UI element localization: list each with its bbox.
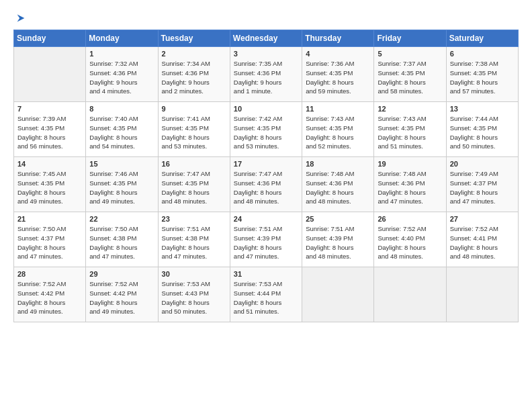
weekday-header-row: SundayMondayTuesdayWednesdayThursdayFrid… — [14, 30, 519, 47]
calendar-cell: 8Sunrise: 7:40 AM Sunset: 4:35 PM Daylig… — [86, 102, 158, 157]
day-info: Sunrise: 7:47 AM Sunset: 4:35 PM Dayligh… — [162, 169, 226, 206]
calendar-cell: 31Sunrise: 7:53 AM Sunset: 4:44 PM Dayli… — [230, 267, 302, 322]
day-number: 28 — [17, 270, 82, 278]
weekday-header-saturday: Saturday — [446, 30, 518, 47]
day-number: 31 — [234, 270, 298, 278]
day-info: Sunrise: 7:44 AM Sunset: 4:35 PM Dayligh… — [450, 114, 515, 151]
calendar-cell: 15Sunrise: 7:46 AM Sunset: 4:35 PM Dayli… — [86, 157, 158, 212]
day-number: 10 — [234, 105, 298, 113]
calendar-cell: 29Sunrise: 7:52 AM Sunset: 4:42 PM Dayli… — [86, 267, 158, 322]
svg-marker-0 — [17, 15, 25, 22]
day-info: Sunrise: 7:51 AM Sunset: 4:39 PM Dayligh… — [306, 224, 370, 261]
day-number: 22 — [89, 215, 154, 223]
day-info: Sunrise: 7:38 AM Sunset: 4:35 PM Dayligh… — [450, 59, 515, 96]
calendar-cell: 25Sunrise: 7:51 AM Sunset: 4:39 PM Dayli… — [302, 212, 374, 267]
day-info: Sunrise: 7:51 AM Sunset: 4:38 PM Dayligh… — [162, 224, 226, 261]
day-number: 27 — [450, 215, 515, 223]
day-number: 12 — [378, 105, 442, 113]
day-info: Sunrise: 7:45 AM Sunset: 4:35 PM Dayligh… — [17, 169, 82, 206]
calendar-cell: 11Sunrise: 7:43 AM Sunset: 4:35 PM Dayli… — [302, 102, 374, 157]
day-number: 17 — [234, 160, 298, 168]
calendar-header: SundayMondayTuesdayWednesdayThursdayFrid… — [14, 30, 519, 47]
calendar-week-1: 1Sunrise: 7:32 AM Sunset: 4:36 PM Daylig… — [14, 47, 519, 102]
day-number: 23 — [162, 215, 226, 223]
calendar-cell: 6Sunrise: 7:38 AM Sunset: 4:35 PM Daylig… — [446, 47, 518, 102]
day-info: Sunrise: 7:41 AM Sunset: 4:35 PM Dayligh… — [162, 114, 226, 151]
day-info: Sunrise: 7:53 AM Sunset: 4:44 PM Dayligh… — [234, 279, 298, 316]
weekday-header-thursday: Thursday — [302, 30, 374, 47]
day-info: Sunrise: 7:48 AM Sunset: 4:36 PM Dayligh… — [306, 169, 370, 206]
calendar-cell: 26Sunrise: 7:52 AM Sunset: 4:40 PM Dayli… — [374, 212, 446, 267]
day-info: Sunrise: 7:52 AM Sunset: 4:42 PM Dayligh… — [89, 279, 154, 316]
calendar-cell: 30Sunrise: 7:53 AM Sunset: 4:43 PM Dayli… — [158, 267, 230, 322]
day-number: 16 — [162, 160, 226, 168]
day-number: 3 — [234, 50, 298, 58]
calendar-cell — [302, 267, 374, 322]
weekday-header-friday: Friday — [374, 30, 446, 47]
day-number: 21 — [17, 215, 82, 223]
day-info: Sunrise: 7:53 AM Sunset: 4:43 PM Dayligh… — [162, 279, 226, 316]
day-number: 15 — [89, 160, 154, 168]
calendar-cell: 2Sunrise: 7:34 AM Sunset: 4:36 PM Daylig… — [158, 47, 230, 102]
calendar-cell: 22Sunrise: 7:50 AM Sunset: 4:38 PM Dayli… — [86, 212, 158, 267]
day-number: 26 — [378, 215, 442, 223]
calendar-cell: 14Sunrise: 7:45 AM Sunset: 4:35 PM Dayli… — [14, 157, 86, 212]
weekday-header-monday: Monday — [86, 30, 158, 47]
day-number: 8 — [89, 105, 154, 113]
calendar-cell: 5Sunrise: 7:37 AM Sunset: 4:35 PM Daylig… — [374, 47, 446, 102]
day-number: 7 — [17, 105, 82, 113]
calendar-body: 1Sunrise: 7:32 AM Sunset: 4:36 PM Daylig… — [14, 47, 519, 322]
day-number: 14 — [17, 160, 82, 168]
day-number: 11 — [306, 105, 370, 113]
calendar-cell: 3Sunrise: 7:35 AM Sunset: 4:36 PM Daylig… — [230, 47, 302, 102]
day-info: Sunrise: 7:52 AM Sunset: 4:40 PM Dayligh… — [378, 224, 442, 261]
weekday-header-sunday: Sunday — [14, 30, 86, 47]
day-info: Sunrise: 7:43 AM Sunset: 4:35 PM Dayligh… — [378, 114, 442, 151]
day-info: Sunrise: 7:43 AM Sunset: 4:35 PM Dayligh… — [306, 114, 370, 151]
calendar-cell: 19Sunrise: 7:48 AM Sunset: 4:36 PM Dayli… — [374, 157, 446, 212]
calendar-cell: 20Sunrise: 7:49 AM Sunset: 4:37 PM Dayli… — [446, 157, 518, 212]
weekday-header-tuesday: Tuesday — [158, 30, 230, 47]
calendar-cell — [374, 267, 446, 322]
day-info: Sunrise: 7:49 AM Sunset: 4:37 PM Dayligh… — [450, 169, 515, 206]
calendar-cell: 1Sunrise: 7:32 AM Sunset: 4:36 PM Daylig… — [86, 47, 158, 102]
day-info: Sunrise: 7:50 AM Sunset: 4:38 PM Dayligh… — [89, 224, 154, 261]
day-info: Sunrise: 7:51 AM Sunset: 4:39 PM Dayligh… — [234, 224, 298, 261]
day-number: 30 — [162, 270, 226, 278]
day-info: Sunrise: 7:35 AM Sunset: 4:36 PM Dayligh… — [234, 59, 298, 96]
calendar-cell: 10Sunrise: 7:42 AM Sunset: 4:35 PM Dayli… — [230, 102, 302, 157]
calendar-cell: 13Sunrise: 7:44 AM Sunset: 4:35 PM Dayli… — [446, 102, 518, 157]
calendar-cell: 28Sunrise: 7:52 AM Sunset: 4:42 PM Dayli… — [14, 267, 86, 322]
day-info: Sunrise: 7:39 AM Sunset: 4:35 PM Dayligh… — [17, 114, 82, 151]
calendar-cell: 16Sunrise: 7:47 AM Sunset: 4:35 PM Dayli… — [158, 157, 230, 212]
logo — [13, 12, 27, 23]
day-info: Sunrise: 7:50 AM Sunset: 4:37 PM Dayligh… — [17, 224, 82, 261]
day-info: Sunrise: 7:34 AM Sunset: 4:36 PM Dayligh… — [162, 59, 226, 96]
calendar-cell — [446, 267, 518, 322]
day-info: Sunrise: 7:36 AM Sunset: 4:35 PM Dayligh… — [306, 59, 370, 96]
day-number: 18 — [306, 160, 370, 168]
day-number: 9 — [162, 105, 226, 113]
weekday-header-wednesday: Wednesday — [230, 30, 302, 47]
calendar-cell: 9Sunrise: 7:41 AM Sunset: 4:35 PM Daylig… — [158, 102, 230, 157]
day-number: 29 — [89, 270, 154, 278]
calendar-cell: 17Sunrise: 7:47 AM Sunset: 4:36 PM Dayli… — [230, 157, 302, 212]
calendar-cell — [14, 47, 86, 102]
day-info: Sunrise: 7:48 AM Sunset: 4:36 PM Dayligh… — [378, 169, 442, 206]
day-info: Sunrise: 7:32 AM Sunset: 4:36 PM Dayligh… — [89, 59, 154, 96]
calendar-week-5: 28Sunrise: 7:52 AM Sunset: 4:42 PM Dayli… — [14, 267, 519, 322]
day-number: 20 — [450, 160, 515, 168]
day-number: 19 — [378, 160, 442, 168]
calendar-cell: 27Sunrise: 7:52 AM Sunset: 4:41 PM Dayli… — [446, 212, 518, 267]
calendar-week-3: 14Sunrise: 7:45 AM Sunset: 4:35 PM Dayli… — [14, 157, 519, 212]
calendar-cell: 23Sunrise: 7:51 AM Sunset: 4:38 PM Dayli… — [158, 212, 230, 267]
calendar-cell: 12Sunrise: 7:43 AM Sunset: 4:35 PM Dayli… — [374, 102, 446, 157]
day-number: 13 — [450, 105, 515, 113]
day-number: 5 — [378, 50, 442, 58]
calendar-table: SundayMondayTuesdayWednesdayThursdayFrid… — [13, 30, 519, 322]
calendar-cell: 18Sunrise: 7:48 AM Sunset: 4:36 PM Dayli… — [302, 157, 374, 212]
day-info: Sunrise: 7:42 AM Sunset: 4:35 PM Dayligh… — [234, 114, 298, 151]
day-number: 6 — [450, 50, 515, 58]
logo-arrow-icon — [15, 12, 27, 24]
calendar-cell: 21Sunrise: 7:50 AM Sunset: 4:37 PM Dayli… — [14, 212, 86, 267]
